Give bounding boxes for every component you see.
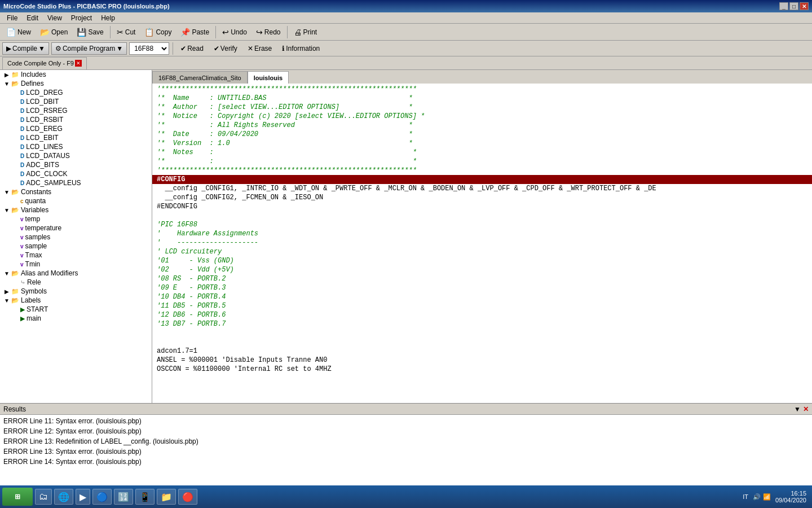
print-button[interactable]: 🖨 Print bbox=[290, 25, 321, 39]
tree-item-variables[interactable]: ▼📂Variables bbox=[0, 205, 152, 214]
menu-project[interactable]: Project bbox=[67, 13, 96, 23]
menu-view[interactable]: View bbox=[43, 13, 67, 23]
code-line-25: '11 DB5 - PORTB.5 bbox=[152, 301, 812, 310]
tree-item-lcd_rsbit[interactable]: DLCD_RSBIT bbox=[0, 115, 152, 124]
redo-button[interactable]: ↪ Redo bbox=[252, 25, 285, 39]
toolbar-sep-1 bbox=[110, 26, 111, 38]
code-line-22: '08 RS - PORTB.2 bbox=[152, 274, 812, 283]
maximize-button[interactable]: □ bbox=[789, 2, 798, 10]
tree-item-lcd_dreg[interactable]: DLCD_DREG bbox=[0, 88, 152, 97]
editor-tabs: 16F88_CameraClimatica_Sito louislouis bbox=[152, 70, 812, 84]
information-button[interactable]: ℹ Information bbox=[278, 42, 324, 55]
define-icon: D bbox=[20, 135, 24, 141]
tree-item-rele[interactable]: ⤷Rele bbox=[0, 278, 152, 287]
code-line-16: 'PIC 16F88 bbox=[152, 220, 812, 229]
paste-button[interactable]: 📌 Paste bbox=[176, 25, 213, 39]
tree-item-symbols[interactable]: ▶📁Symbols bbox=[0, 287, 152, 296]
menu-file[interactable]: File bbox=[2, 13, 22, 23]
tree-item-lcd_lines[interactable]: DLCD_LINES bbox=[0, 142, 152, 151]
chip-select[interactable]: 16F88 16F84 16F877 16F628 bbox=[129, 42, 169, 55]
folder-icon: 📂 bbox=[11, 207, 19, 214]
tree-item-sample[interactable]: vsample bbox=[0, 242, 152, 251]
result-error-line: ERROR Line 12: Syntax error. (louislouis… bbox=[3, 426, 809, 436]
cut-button[interactable]: ✂ Cut bbox=[113, 25, 140, 39]
read-button[interactable]: ✔ Read bbox=[176, 42, 208, 55]
tree-item-tmin[interactable]: vTmin bbox=[0, 260, 152, 269]
undo-icon: ↩ bbox=[222, 28, 229, 37]
result-error-line: ERROR Line 11: Syntax error. (louislouis… bbox=[3, 416, 809, 426]
tree-item-adc_sampleus[interactable]: DADC_SAMPLEUS bbox=[0, 178, 152, 187]
tree-item-label: Variables bbox=[21, 206, 48, 214]
tree-item-labels[interactable]: ▼📂Labels bbox=[0, 296, 152, 305]
tree-item-constants[interactable]: ▼📂Constants bbox=[0, 187, 152, 196]
expand-icon: ▼ bbox=[2, 189, 11, 195]
erase-button[interactable]: ✕ Erase bbox=[244, 42, 276, 55]
tree-item-lcd_dataus[interactable]: DLCD_DATAUS bbox=[0, 151, 152, 160]
results-header: Results ▼ ✕ bbox=[0, 404, 812, 415]
tree-item-label: LCD_LINES bbox=[26, 143, 63, 151]
close-button[interactable]: ✕ bbox=[800, 2, 809, 10]
ie-icon: 🌐 bbox=[58, 492, 69, 502]
tree-item-label: Rele bbox=[27, 278, 41, 286]
tree-item-adc_clock[interactable]: DADC_CLOCK bbox=[0, 169, 152, 178]
result-error-line: ERROR Line 14: Syntax error. (louislouis… bbox=[3, 457, 809, 467]
taskbar-app2[interactable]: 🔴 bbox=[178, 489, 197, 505]
new-button[interactable]: 📄 New bbox=[2, 25, 35, 39]
menu-help[interactable]: Help bbox=[96, 13, 120, 23]
taskbar-explorer[interactable]: 🗂 bbox=[35, 489, 52, 505]
tree-item-defines[interactable]: ▼📂Defines bbox=[0, 79, 152, 88]
define-icon: D bbox=[20, 180, 24, 186]
expand-icon: ▼ bbox=[2, 270, 11, 277]
tree-item-start[interactable]: ▶START bbox=[0, 305, 152, 314]
compile-program-button[interactable]: ⚙ Compile Program ▼ bbox=[51, 42, 127, 55]
open-button[interactable]: 📂 Open bbox=[36, 25, 72, 39]
tree-item-lcd_dbit[interactable]: DLCD_DBIT bbox=[0, 97, 152, 106]
tree-item-temperature[interactable]: vtemperature bbox=[0, 224, 152, 233]
tree-item-includes[interactable]: ▶📁Includes bbox=[0, 70, 152, 79]
compile-tab-close[interactable]: ✕ bbox=[75, 60, 82, 67]
tree-item-lcd_ebit[interactable]: DLCD_EBIT bbox=[0, 133, 152, 142]
verify-button[interactable]: ✔ Verify bbox=[210, 42, 241, 55]
undo-button[interactable]: ↩ Undo bbox=[218, 25, 251, 39]
titlebar-title: MicroCode Studio Plus - PICBASIC PRO (lo… bbox=[3, 3, 170, 10]
system-clock[interactable]: 16:15 09/04/2020 bbox=[775, 490, 806, 503]
tree-item-quanta[interactable]: cquanta bbox=[0, 196, 152, 205]
tab-16f88-camera[interactable]: 16F88_CameraClimatica_Sito bbox=[152, 71, 248, 84]
tree-item-samples[interactable]: vsamples bbox=[0, 233, 152, 242]
results-dropdown-icon[interactable]: ▼ bbox=[794, 405, 801, 413]
taskbar-app1[interactable]: 📱 bbox=[135, 489, 155, 505]
code-editor[interactable]: '***************************************… bbox=[152, 84, 812, 403]
compile-only-tab[interactable]: Code Compile Only - F9 ✕ bbox=[2, 57, 87, 69]
copy-button[interactable]: 📋 Copy bbox=[140, 25, 175, 39]
results-close-icon[interactable]: ✕ bbox=[803, 405, 809, 413]
tree-item-lcd_rsreg[interactable]: DLCD_RSREG bbox=[0, 106, 152, 115]
cut-icon: ✂ bbox=[117, 28, 123, 37]
start-icon: ⊞ bbox=[15, 493, 20, 501]
taskbar-media[interactable]: ▶ bbox=[76, 489, 90, 505]
tree-item-adc_bits[interactable]: DADC_BITS bbox=[0, 160, 152, 169]
network-icon[interactable]: 📶 bbox=[763, 493, 771, 501]
tree-item-lcd_ereg[interactable]: DLCD_EREG bbox=[0, 124, 152, 133]
volume-icon[interactable]: 🔊 bbox=[753, 493, 761, 501]
code-line-10: '***************************************… bbox=[152, 166, 812, 175]
tree-item-main[interactable]: ▶main bbox=[0, 314, 152, 323]
app2-icon: 🔴 bbox=[182, 492, 193, 502]
taskbar-calc[interactable]: 🔢 bbox=[114, 489, 133, 505]
menu-edit[interactable]: Edit bbox=[22, 13, 43, 23]
compile-button[interactable]: ▶ Compile ▼ bbox=[2, 42, 49, 55]
tree-item-temp[interactable]: vtemp bbox=[0, 214, 152, 224]
code-line-9: '* : * bbox=[152, 157, 812, 166]
tree-item-alias-and-modifiers[interactable]: ▼📂Alias and Modifiers bbox=[0, 269, 152, 278]
tree-item-tmax[interactable]: vTmax bbox=[0, 251, 152, 260]
taskbar-filemanager[interactable]: 📁 bbox=[157, 489, 176, 505]
start-button[interactable]: ⊞ bbox=[2, 488, 33, 506]
taskbar-chrome[interactable]: 🔵 bbox=[92, 489, 112, 505]
minimize-button[interactable]: _ bbox=[779, 2, 788, 10]
toolbar2: ▶ Compile ▼ ⚙ Compile Program ▼ 16F88 16… bbox=[0, 41, 812, 56]
information-icon: ℹ bbox=[282, 45, 285, 52]
save-button[interactable]: 💾 Save bbox=[73, 25, 107, 39]
taskbar-ie[interactable]: 🌐 bbox=[54, 489, 73, 505]
tab-louislouis[interactable]: louislouis bbox=[248, 71, 289, 84]
tree-item-label: LCD_DATAUS bbox=[26, 152, 70, 160]
redo-icon: ↪ bbox=[256, 28, 263, 37]
